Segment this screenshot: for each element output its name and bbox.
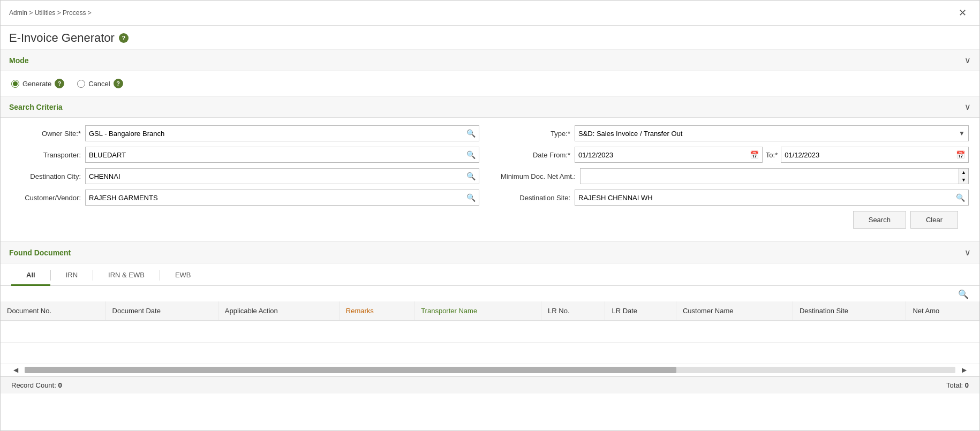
transporter-label: Transporter: <box>11 151 81 159</box>
col-document-no: Document No. <box>1 301 105 321</box>
date-from-input[interactable] <box>575 151 747 159</box>
transporter-row: Transporter: 🔍 <box>11 147 479 163</box>
total: Total: 0 <box>946 381 969 389</box>
page-title: E-Invoice Generator <box>9 31 115 45</box>
mode-content: Generate ? Cancel ? <box>1 71 979 96</box>
customer-vendor-row: Customer/Vendor: 🔍 <box>11 190 479 206</box>
date-row: Date From:* 📅 To:* 📅 <box>501 147 969 163</box>
dest-site-input-wrapper: 🔍 <box>575 190 969 206</box>
empty-row-2 <box>1 342 979 364</box>
transporter-input-wrapper: 🔍 <box>85 147 479 163</box>
total-value: 0 <box>965 381 969 389</box>
total-label: Total: <box>946 381 963 389</box>
right-column: Type:* S&D: Sales Invoice / Transfer Out… <box>501 125 969 206</box>
dest-site-input[interactable] <box>575 190 953 205</box>
spin-buttons: ▲ ▼ <box>959 169 968 184</box>
col-document-date: Document Date <box>105 301 218 321</box>
found-document-content: All IRN IRN & EWB EWB 🔍 Document No. Doc… <box>1 266 979 376</box>
destination-city-input[interactable] <box>86 169 463 184</box>
mode-section-header[interactable]: Mode ∨ <box>1 50 979 71</box>
mode-chevron: ∨ <box>964 55 971 65</box>
search-criteria-header[interactable]: Search Criteria ∨ <box>1 96 979 118</box>
mode-section-title: Mode <box>9 56 29 65</box>
generate-label[interactable]: Generate <box>22 80 51 88</box>
col-remarks: Remarks <box>339 301 414 321</box>
close-button[interactable]: ✕ <box>954 5 971 21</box>
type-select[interactable]: S&D: Sales Invoice / Transfer Out <box>575 126 968 141</box>
found-document-chevron: ∨ <box>964 247 971 258</box>
form-grid: Owner Site:* 🔍 Transporter: 🔍 <box>11 125 969 206</box>
spin-up[interactable]: ▲ <box>959 169 968 176</box>
table-search-row: 🔍 <box>1 286 979 301</box>
search-criteria-content: Owner Site:* 🔍 Transporter: 🔍 <box>1 118 979 241</box>
cancel-radio[interactable] <box>77 80 85 88</box>
customer-vendor-search-icon[interactable]: 🔍 <box>463 193 479 202</box>
main-window: Admin > Utilities > Process > ✕ E-Invoic… <box>0 0 980 431</box>
date-from-input-box: 📅 <box>575 147 763 163</box>
mode-section: Mode ∨ Generate ? Cancel ? <box>1 50 979 96</box>
generate-help-icon[interactable]: ? <box>55 79 64 88</box>
type-select-wrapper: S&D: Sales Invoice / Transfer Out ▼ <box>575 125 969 141</box>
record-count-label: Record Count: <box>11 381 56 389</box>
col-lr-date: LR Date <box>605 301 676 321</box>
min-doc-input[interactable] <box>581 172 959 180</box>
search-criteria-chevron: ∨ <box>964 102 971 112</box>
date-from-calendar-icon[interactable]: 📅 <box>747 150 762 159</box>
tab-irn[interactable]: IRN <box>51 266 93 286</box>
col-customer-name: Customer Name <box>676 301 793 321</box>
destination-city-search-icon[interactable]: 🔍 <box>463 172 479 180</box>
generate-radio[interactable] <box>11 80 19 88</box>
action-row: Search Clear <box>11 206 969 236</box>
min-doc-input-wrapper: ▲ ▼ <box>580 168 969 184</box>
record-count-value: 0 <box>58 381 62 389</box>
scroll-left-arrow[interactable]: ◀ <box>11 366 20 374</box>
dest-site-row: Destination Site: 🔍 <box>501 190 969 206</box>
page-title-row: E-Invoice Generator ? <box>1 26 979 50</box>
table-body <box>1 321 979 364</box>
dest-site-search-icon[interactable]: 🔍 <box>953 193 968 202</box>
tab-all[interactable]: All <box>11 266 50 286</box>
found-document-header[interactable]: Found Document ∨ <box>1 242 979 263</box>
type-row: Type:* S&D: Sales Invoice / Transfer Out… <box>501 125 969 141</box>
left-column: Owner Site:* 🔍 Transporter: 🔍 <box>11 125 479 206</box>
date-to-input[interactable] <box>781 151 953 159</box>
owner-site-input[interactable] <box>86 126 463 141</box>
customer-vendor-label: Customer/Vendor: <box>11 194 81 202</box>
cancel-label[interactable]: Cancel <box>88 80 110 88</box>
transporter-search-icon[interactable]: 🔍 <box>463 150 479 159</box>
cancel-radio-group: Cancel ? <box>77 79 123 88</box>
destination-city-label: Destination City: <box>11 172 81 180</box>
owner-site-input-wrapper: 🔍 <box>85 125 479 141</box>
dest-site-label: Destination Site: <box>501 194 570 202</box>
document-table: Document No. Document Date Applicable Ac… <box>1 301 979 364</box>
destination-city-input-wrapper: 🔍 <box>85 168 479 184</box>
date-to-calendar-icon[interactable]: 📅 <box>953 150 968 159</box>
type-label: Type:* <box>501 130 570 138</box>
horizontal-scrollbar[interactable] <box>25 367 955 373</box>
tab-ewb[interactable]: EWB <box>160 266 206 286</box>
transporter-input[interactable] <box>86 147 463 162</box>
search-criteria-title: Search Criteria <box>9 103 63 111</box>
tab-irn-ewb[interactable]: IRN & EWB <box>93 266 160 286</box>
empty-row-1 <box>1 321 979 342</box>
col-lr-no: LR No. <box>541 301 605 321</box>
spin-down[interactable]: ▼ <box>959 176 968 184</box>
col-transporter-name: Transporter Name <box>414 301 541 321</box>
owner-site-search-icon[interactable]: 🔍 <box>463 129 479 138</box>
search-button[interactable]: Search <box>853 211 906 229</box>
customer-vendor-input[interactable] <box>86 190 463 205</box>
table-search-icon[interactable]: 🔍 <box>958 289 969 299</box>
date-wrapper: 📅 To:* 📅 <box>575 147 969 163</box>
date-to-input-box: 📅 <box>781 147 969 163</box>
cancel-help-icon[interactable]: ? <box>114 79 123 88</box>
record-count: Record Count: 0 <box>11 381 62 389</box>
footer-bar: Record Count: 0 Total: 0 <box>1 376 979 394</box>
help-icon[interactable]: ? <box>119 33 129 43</box>
min-doc-label: Minimum Doc. Net Amt.: <box>501 172 576 180</box>
window-header: Admin > Utilities > Process > ✕ <box>1 1 979 26</box>
scrollbar-row: ◀ ▶ <box>1 364 979 376</box>
scrollbar-thumb <box>25 367 676 373</box>
owner-site-row: Owner Site:* 🔍 <box>11 125 479 141</box>
scroll-right-arrow[interactable]: ▶ <box>960 366 969 374</box>
clear-button[interactable]: Clear <box>910 211 958 229</box>
